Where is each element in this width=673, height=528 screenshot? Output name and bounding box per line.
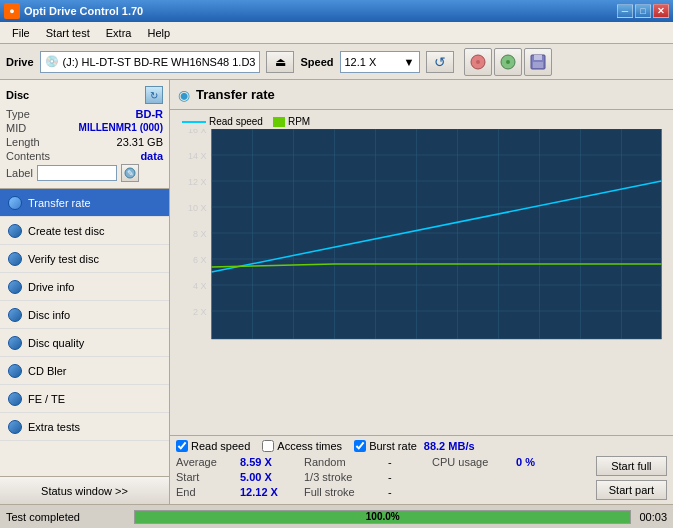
- save-icon-button[interactable]: [524, 48, 552, 76]
- disc-length-row: Length 23.31 GB: [6, 136, 163, 148]
- nav-transfer-rate[interactable]: Transfer rate: [0, 189, 169, 217]
- refresh-speed-button[interactable]: ↺: [426, 51, 454, 73]
- cpu-label: CPU usage: [432, 456, 512, 468]
- nav-disc-info[interactable]: Disc info: [0, 301, 169, 329]
- nav-verify-test-disc[interactable]: Verify test disc: [0, 245, 169, 273]
- nav-disc-info-label: Disc info: [28, 309, 70, 321]
- start-part-button[interactable]: Start part: [596, 480, 667, 500]
- svg-text:12 X: 12 X: [188, 177, 207, 187]
- disc-header: Disc ↻: [6, 86, 163, 104]
- close-button[interactable]: ✕: [653, 4, 669, 18]
- nav-disc-quality[interactable]: Disc quality: [0, 329, 169, 357]
- main-layout: Disc ↻ Type BD-R MID MILLENMR1 (000) Len…: [0, 80, 673, 504]
- average-label: Average: [176, 456, 236, 468]
- disc-length-label: Length: [6, 136, 40, 148]
- end-value: 12.12 X: [240, 486, 300, 498]
- nav-dot-icon: [8, 420, 22, 434]
- disc-contents-value: data: [140, 150, 163, 162]
- nav-fe-te-label: FE / TE: [28, 393, 65, 405]
- info-icon-button[interactable]: [494, 48, 522, 76]
- nav-drive-info[interactable]: Drive info: [0, 273, 169, 301]
- status-window-button[interactable]: Status window >>: [0, 476, 169, 504]
- chart-header: ◉ Transfer rate: [170, 80, 673, 110]
- nav-fe-te[interactable]: FE / TE: [0, 385, 169, 413]
- svg-text:4 X: 4 X: [193, 281, 207, 291]
- disc-type-label: Type: [6, 108, 30, 120]
- speed-selector[interactable]: 12.1 X ▼: [340, 51, 420, 73]
- stroke2-label: Full stroke: [304, 486, 384, 498]
- drive-icon: 💿: [45, 55, 59, 68]
- stats-area: Read speed Access times Burst rate 88.2 …: [170, 435, 673, 504]
- menu-help[interactable]: Help: [139, 25, 178, 41]
- disc-contents-label: Contents: [6, 150, 50, 162]
- speed-value: 12.1 X: [345, 56, 377, 68]
- menu-file[interactable]: File: [4, 25, 38, 41]
- start-full-button[interactable]: Start full: [596, 456, 667, 476]
- app-title: Opti Drive Control 1.70: [24, 5, 143, 17]
- speed-label: Speed: [300, 56, 333, 68]
- chart-container: Read speed RPM: [170, 110, 673, 435]
- disc-refresh-button[interactable]: ↻: [145, 86, 163, 104]
- legend-read-speed: Read speed: [182, 116, 263, 127]
- checkbox-access-times[interactable]: Access times: [262, 440, 342, 452]
- chart-title: Transfer rate: [196, 87, 275, 102]
- drive-label: Drive: [6, 56, 34, 68]
- svg-text:2 X: 2 X: [193, 307, 207, 317]
- drive-selector[interactable]: 💿 (J:) HL-DT-ST BD-RE WH16NS48 1.D3: [40, 51, 261, 73]
- nav-items: Transfer rate Create test disc Verify te…: [0, 189, 169, 476]
- menu-extra[interactable]: Extra: [98, 25, 140, 41]
- checkbox-read-speed[interactable]: Read speed: [176, 440, 250, 452]
- nav-cd-bler-label: CD Bler: [28, 365, 67, 377]
- menubar: File Start test Extra Help: [0, 22, 673, 44]
- nav-extra-tests[interactable]: Extra tests: [0, 413, 169, 441]
- burst-rate-checkbox[interactable]: [354, 440, 366, 452]
- chart-title-icon: ◉: [178, 87, 190, 103]
- svg-text:6 X: 6 X: [193, 255, 207, 265]
- access-times-label: Access times: [277, 440, 342, 452]
- disc-mid-value: MILLENMR1 (000): [79, 122, 163, 134]
- legend-rpm-color: [273, 117, 285, 127]
- titlebar-buttons: ─ □ ✕: [617, 4, 669, 18]
- checkbox-burst-rate[interactable]: Burst rate 88.2 MB/s: [354, 440, 474, 452]
- nav-transfer-rate-label: Transfer rate: [28, 197, 91, 209]
- disc-label-icon-button[interactable]: ✎: [121, 164, 139, 182]
- nav-dot-icon: [8, 224, 22, 238]
- nav-cd-bler[interactable]: CD Bler: [0, 357, 169, 385]
- stroke2-value: -: [388, 486, 428, 498]
- titlebar: ● Opti Drive Control 1.70 ─ □ ✕: [0, 0, 673, 22]
- status-text: Test completed: [6, 511, 126, 523]
- random-label: Random: [304, 456, 384, 468]
- time-display: 00:03: [639, 511, 667, 523]
- svg-text:10 X: 10 X: [188, 203, 207, 213]
- nav-disc-quality-label: Disc quality: [28, 337, 84, 349]
- stats-grid: Average 8.59 X Random - CPU usage 0 % St…: [176, 456, 592, 498]
- drivebar: Drive 💿 (J:) HL-DT-ST BD-RE WH16NS48 1.D…: [0, 44, 673, 80]
- drive-value: (J:) HL-DT-ST BD-RE WH16NS48 1.D3: [63, 56, 256, 68]
- statusbar: Test completed 100.0% 00:03: [0, 504, 673, 528]
- disc-type-row: Type BD-R: [6, 108, 163, 120]
- read-speed-label: Read speed: [191, 440, 250, 452]
- disc-contents-row: Contents data: [6, 150, 163, 162]
- disc-icon-button[interactable]: [464, 48, 492, 76]
- nav-dot-icon: [8, 196, 22, 210]
- menu-start-test[interactable]: Start test: [38, 25, 98, 41]
- nav-dot-icon: [8, 308, 22, 322]
- start-label: Start: [176, 471, 236, 483]
- minimize-button[interactable]: ─: [617, 4, 633, 18]
- maximize-button[interactable]: □: [635, 4, 651, 18]
- svg-point-1: [476, 60, 480, 64]
- access-times-checkbox[interactable]: [262, 440, 274, 452]
- disc-label-input[interactable]: [37, 165, 117, 181]
- app-icon: ●: [4, 3, 20, 19]
- end-label: End: [176, 486, 236, 498]
- burst-rate-label: Burst rate: [369, 440, 417, 452]
- eject-button[interactable]: ⏏: [266, 51, 294, 73]
- nav-create-test-disc[interactable]: Create test disc: [0, 217, 169, 245]
- chart-legend: Read speed RPM: [174, 114, 669, 129]
- read-speed-checkbox[interactable]: [176, 440, 188, 452]
- nav-verify-test-disc-label: Verify test disc: [28, 253, 99, 265]
- checkboxes-row: Read speed Access times Burst rate 88.2 …: [176, 440, 667, 452]
- svg-rect-9: [212, 129, 662, 339]
- burst-rate-value: 88.2 MB/s: [424, 440, 475, 452]
- svg-text:14 X: 14 X: [188, 151, 207, 161]
